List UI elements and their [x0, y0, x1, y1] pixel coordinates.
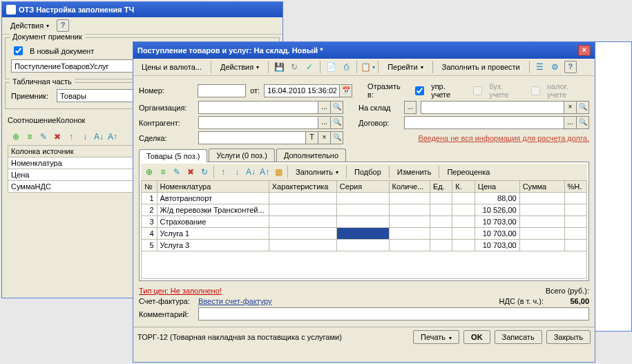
search-button[interactable]: 🔍	[577, 116, 589, 129]
tab-goods[interactable]: Товары (5 поз.)	[139, 149, 207, 162]
price-type-link[interactable]: Тип цен: Не заполнено!	[139, 287, 222, 295]
col-ed[interactable]: Ед.	[430, 181, 452, 193]
type-button[interactable]: T	[306, 131, 318, 144]
grid-row[interactable]: 1 Автотранспорт 88,00	[142, 193, 587, 204]
delete-icon[interactable]: ✖	[51, 131, 64, 143]
new-doc-label: В новый документ	[30, 47, 94, 55]
settings-titlebar: ОТЗ Настройка заполнения ТЧ	[2, 2, 283, 17]
add-icon[interactable]: ⊕	[10, 131, 22, 143]
report-icon[interactable]: 📄	[325, 61, 337, 73]
grid-row[interactable]: 3 Страхование 10 703,00	[142, 216, 587, 228]
podbor-button[interactable]: Подбор	[349, 166, 386, 178]
number-input[interactable]	[198, 84, 246, 97]
receipt-footer: ТОРГ-12 (Товарная накладная за поставщик…	[133, 327, 595, 347]
grid-row[interactable]: 5 Услуга 3 10 703,00	[142, 240, 587, 251]
col-char[interactable]: Характеристика	[269, 181, 336, 193]
move-down-icon[interactable]: ↓	[231, 166, 243, 178]
sdelka-input[interactable]	[198, 131, 306, 144]
list-icon[interactable]: ☰	[534, 61, 546, 73]
sort-az-icon[interactable]: A↓	[93, 131, 105, 143]
sort-za-icon[interactable]: A↑	[106, 131, 119, 143]
clear-button[interactable]: ×	[318, 131, 331, 144]
close-button[interactable]: ×	[578, 45, 591, 56]
ok-button[interactable]: OK	[463, 330, 490, 344]
search-button[interactable]: 🔍	[331, 131, 343, 144]
clear-button[interactable]: ×	[564, 101, 577, 114]
goto-menu[interactable]: Перейти▾	[383, 61, 428, 73]
sort-za-icon[interactable]: A↑	[258, 166, 271, 178]
col-price[interactable]: Цена	[475, 181, 519, 193]
refresh-icon[interactable]: ↻	[198, 166, 211, 178]
enter-invoice-link[interactable]: Ввести счет-фактуру	[198, 297, 272, 305]
col-sum[interactable]: Сумма	[519, 181, 564, 193]
upr-checkbox[interactable]	[415, 86, 424, 95]
search-button[interactable]: 🔍	[331, 101, 343, 114]
move-down-icon[interactable]: ↓	[79, 131, 91, 143]
settings-icon[interactable]: ⚙	[549, 61, 562, 73]
add-row-icon[interactable]: ≡	[23, 131, 36, 143]
prices-currency-button[interactable]: Цены и валюта...	[137, 61, 207, 73]
col-k[interactable]: К.	[452, 181, 475, 193]
add-icon[interactable]: ⊕	[143, 166, 155, 178]
selected-cell[interactable]	[336, 228, 389, 240]
debt-warning-link[interactable]: Введена не вся информация для расчета до…	[347, 134, 589, 142]
whs-ellipsis-button[interactable]: ...	[404, 101, 416, 114]
revaluation-button[interactable]: Переоценка	[442, 166, 495, 178]
sort-az-icon[interactable]: A↓	[245, 166, 257, 178]
delete-icon[interactable]: ✖	[184, 166, 197, 178]
comment-input[interactable]	[198, 307, 589, 320]
org-input[interactable]	[198, 101, 318, 114]
kontr-label: Контрагент:	[139, 119, 194, 127]
structure-icon[interactable]: ⎙	[340, 61, 352, 73]
sf-label: Счет-фактура:	[139, 297, 194, 305]
post-icon[interactable]: ✓	[303, 61, 316, 73]
edit-icon[interactable]: ✎	[171, 166, 183, 178]
grid-row[interactable]: 4 Услуга 1 10 703,00	[142, 228, 587, 240]
move-up-icon[interactable]: ↑	[217, 166, 229, 178]
select-button[interactable]: ...	[318, 116, 331, 129]
save-icon[interactable]: 💾	[273, 61, 285, 73]
col-pctn[interactable]: %Н.	[564, 181, 587, 193]
date-input[interactable]	[264, 84, 340, 97]
fill-and-post-button[interactable]: Заполнить и провести	[437, 61, 525, 73]
search-button[interactable]: 🔍	[577, 101, 589, 114]
select-button[interactable]: ...	[318, 101, 331, 114]
col-qty[interactable]: Количе...	[389, 181, 430, 193]
close-button[interactable]: Закрыть	[546, 330, 591, 344]
grid-row[interactable]: 2 Ж/д перевозки Трансконтей... 10 526,00	[142, 204, 587, 216]
whs-input[interactable]	[421, 101, 564, 114]
fill-menu[interactable]: Заполнить▾	[291, 166, 343, 178]
doc-receiver-legend: Документ приемник	[10, 32, 85, 41]
edit-icon[interactable]: ✎	[37, 131, 50, 143]
receipt-toolbar: Цены и валюта... Действия▾ 💾 ↻ ✓ 📄 ⎙ 📋▾ …	[133, 59, 595, 76]
search-button[interactable]: 🔍	[331, 116, 343, 129]
actions-menu[interactable]: Действия▾	[216, 61, 264, 73]
buh-label: бух. учете	[489, 82, 524, 99]
app-icon	[6, 5, 16, 15]
total-label: Всего (руб.):	[546, 287, 589, 295]
tab-services[interactable]: Услуги (0 поз.)	[209, 149, 274, 162]
col-series[interactable]: Серия	[336, 181, 389, 193]
tab-additional[interactable]: Дополнительно	[276, 149, 346, 162]
nds-label: НДС (в т. ч.):	[499, 297, 544, 305]
move-up-icon[interactable]: ↑	[65, 131, 77, 143]
change-button[interactable]: Изменить	[392, 166, 437, 178]
comment-label: Комментарий:	[139, 310, 194, 318]
write-button[interactable]: Записать	[495, 330, 542, 344]
new-doc-checkbox[interactable]	[14, 46, 23, 55]
actions-menu[interactable]: Действия▾	[6, 19, 54, 32]
help-button[interactable]: ?	[57, 19, 69, 32]
calendar-button[interactable]: 📅	[340, 84, 352, 97]
col-n[interactable]: №	[142, 181, 157, 193]
add-row-icon[interactable]: ≡	[157, 166, 169, 178]
help-button[interactable]: ?	[564, 61, 577, 73]
refresh-icon[interactable]: ↻	[288, 61, 300, 73]
col-nomen[interactable]: Номенклатура	[157, 181, 269, 193]
select-button[interactable]: ...	[564, 116, 577, 129]
link-icon[interactable]: 📋▾	[361, 61, 374, 73]
dogovor-input[interactable]	[404, 116, 564, 129]
print-button[interactable]: Печать ▾	[413, 330, 459, 344]
goods-grid[interactable]: № Номенклатура Характеристика Серия Коли…	[141, 180, 587, 279]
kontr-input[interactable]	[198, 116, 318, 129]
table-icon[interactable]: ▦	[272, 166, 285, 178]
